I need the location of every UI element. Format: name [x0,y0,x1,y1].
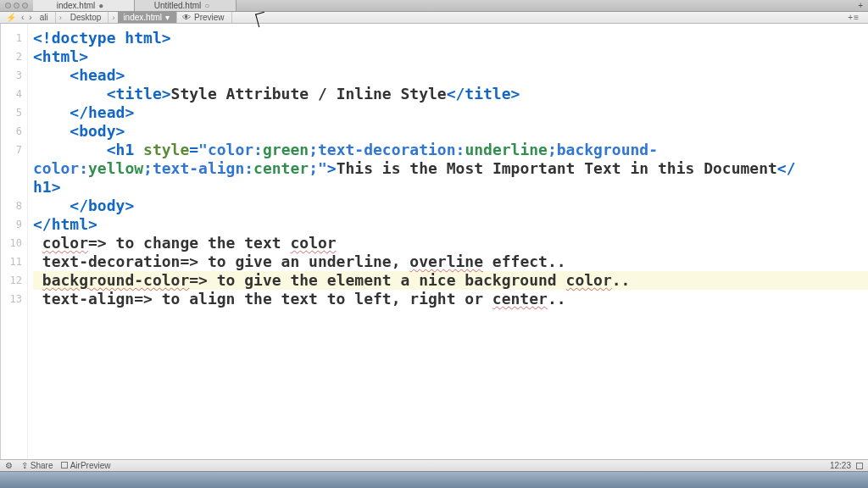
chevron-right-icon: › [59,14,62,22]
preview-toggle[interactable]: 👁 Preview [177,12,232,23]
line-number: 11 [1,252,22,271]
gear-icon[interactable]: ⚙ [5,461,13,470]
breadcrumb-segment-desktop[interactable]: Desktop [65,12,109,23]
chevron-down-icon: ▾ [165,13,170,22]
line-number: 10 [1,234,22,252]
breadcrumb-segment-ali[interactable]: ali [35,12,56,23]
line-number: 7 [1,141,22,197]
path-bar: ⚡ ‹ › ali › Desktop › index.html ▾ 👁 Pre… [0,12,868,24]
code-line[interactable]: </html> [33,215,868,234]
code-line[interactable]: <title>Style Attribute / Inline Style</t… [33,85,868,103]
new-tab-button[interactable]: + [853,0,868,11]
line-number: 3 [1,66,22,85]
forward-icon[interactable]: › [29,13,31,22]
code-line[interactable]: text-align=> to align the text to left, … [33,290,868,308]
window-tab-label: Untitled.html [154,1,202,10]
line-number: 9 [1,215,22,234]
dirty-indicator-icon: ● [98,1,103,10]
code-line[interactable]: <head> [33,66,868,85]
line-number: 8 [1,197,22,215]
share-label: Share [31,461,53,470]
share-button[interactable]: ⇪ Share [21,461,53,470]
line-number: 4 [1,85,22,103]
chevron-right-icon: › [112,14,114,22]
airpreview-label: AirPreview [70,461,111,470]
share-icon: ⇪ [21,461,28,470]
dirty-indicator-icon: ○ [204,1,209,10]
window-tab-strip: index.html ● Untitled.html ○ + [0,0,868,12]
lightning-icon[interactable]: ⚡ [6,13,16,22]
desktop-dock-area [0,471,868,488]
close-window-icon[interactable] [5,3,11,8]
airpreview-button[interactable]: AirPreview [61,461,110,470]
line-number: 5 [1,103,22,122]
code-line[interactable]: <!doctype html> [33,29,868,47]
code-line[interactable]: color=> to change the text color [33,234,868,252]
breadcrumb-label: index.html [123,13,162,22]
eye-icon: 👁 [182,13,191,22]
window-tab-index[interactable]: index.html ● [33,0,135,11]
breadcrumb-label: ali [40,13,48,22]
line-number: 13 [1,290,22,308]
zoom-window-icon[interactable] [22,3,28,8]
add-pane-button[interactable]: +≡ [843,13,865,22]
code-line[interactable]: <html> [33,47,868,66]
window-tab-untitled[interactable]: Untitled.html ○ [135,0,236,11]
line-number: 1 [1,29,22,47]
back-icon[interactable]: ‹ [21,13,24,22]
line-number: 6 [1,122,22,141]
code-line[interactable]: </body> [33,197,868,215]
code-line[interactable]: </head> [33,103,868,122]
code-line[interactable]: <h1 style="color:green;text-decoration:u… [33,141,868,197]
device-icon [61,462,68,469]
cursor-position: 12:23 [830,461,851,470]
code-area[interactable]: <!doctype html><html> <head> <title>Styl… [28,24,868,459]
breadcrumb-segment-current[interactable]: index.html ▾ [118,12,177,23]
code-editor[interactable]: 12345678910111213 <!doctype html><html> … [0,24,868,459]
line-number-gutter: 12345678910111213 [1,24,28,459]
code-line[interactable]: background-color=> to give the element a… [33,271,868,290]
breadcrumb-label: Desktop [70,13,102,22]
traffic-lights [0,0,33,11]
line-number: 12 [1,271,22,290]
code-line[interactable]: <body> [33,122,868,141]
minimize-window-icon[interactable] [14,3,19,8]
status-bar: ⚙ ⇪ Share AirPreview 12:23 [0,459,868,471]
panel-toggle-icon[interactable] [856,463,863,469]
code-line[interactable]: text-decoration=> to give an underline, … [33,252,868,271]
preview-label: Preview [194,13,225,22]
line-number: 2 [1,47,22,66]
window-tab-label: index.html [57,1,96,10]
